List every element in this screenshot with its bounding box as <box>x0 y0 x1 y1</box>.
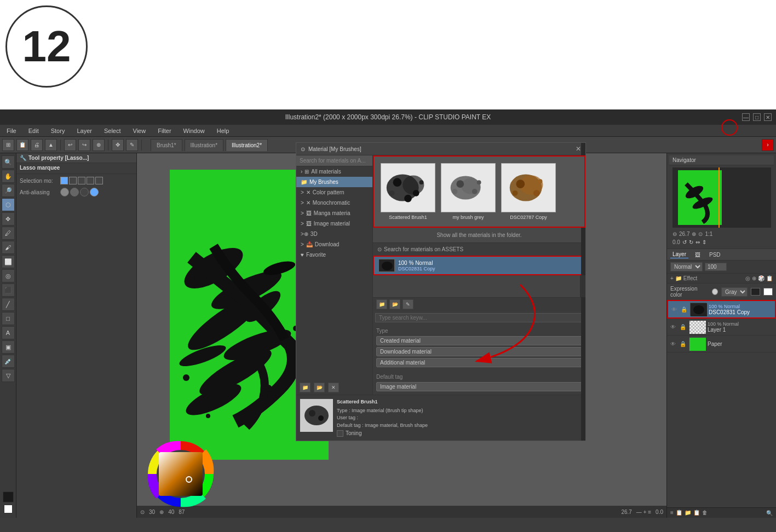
tool-search[interactable]: 🔍 <box>2 155 15 169</box>
tab-frame[interactable]: 🖼 <box>693 251 703 258</box>
gray-radio[interactable] <box>712 288 718 295</box>
brush-card-copy[interactable]: DSC02787 Copy <box>501 163 556 220</box>
menu-view[interactable]: View <box>131 126 148 135</box>
material-scrollbar[interactable] <box>580 275 585 297</box>
mat-item-manga[interactable]: > 🖼 Manga materia <box>296 208 372 218</box>
zoom-actual[interactable]: 1:1 <box>705 231 712 237</box>
filter-created[interactable]: Created material <box>376 336 582 345</box>
mat-item-favorite[interactable]: ♥ Favorite <box>296 250 372 260</box>
layer-vis-1[interactable]: 👁 <box>669 323 677 331</box>
flip-v[interactable]: ⇕ <box>702 239 706 245</box>
toolbar-move[interactable]: ✥ <box>112 139 124 151</box>
rotate-right[interactable]: ↻ <box>689 239 693 245</box>
layer-lock-dsc[interactable]: 🔒 <box>680 305 688 313</box>
layer-tb-2[interactable]: 📋 <box>676 510 682 516</box>
content-tool-3[interactable]: ✎ <box>403 299 413 309</box>
color-swatch-white[interactable] <box>763 288 773 296</box>
mat-item-3d[interactable]: >⊕ 3D <box>296 229 372 239</box>
zoom-fit[interactable]: ⊙ <box>698 231 703 237</box>
material-search[interactable]: Search for materials on A... <box>296 155 372 166</box>
layer-vis-paper[interactable]: 👁 <box>669 340 677 348</box>
tab-brush1[interactable]: Brush1* <box>151 139 182 151</box>
mat-item-image[interactable]: > 🖼 Image material <box>296 218 372 229</box>
tool-pen[interactable]: 🖊 <box>2 227 15 240</box>
layer-lock-paper[interactable]: 🔒 <box>679 340 687 348</box>
tool-hand[interactable]: ✋ <box>2 170 15 183</box>
brush-card-scattered[interactable]: Scattered Brush1 <box>381 163 435 220</box>
selected-material-item[interactable]: 100 % Normal DSC02831 Copy <box>373 256 585 275</box>
material-close-button[interactable]: ✕ <box>576 145 581 153</box>
toolbar-btn-2[interactable]: 📋 <box>16 139 28 151</box>
folder-layer-icon[interactable]: 📁 <box>675 275 682 281</box>
toolbar-undo[interactable]: ↩ <box>64 139 76 151</box>
sel-opt-2[interactable] <box>69 177 77 184</box>
tab-illustration2[interactable]: Illustration2* <box>226 139 268 151</box>
color-picker[interactable] <box>142 436 219 512</box>
toolbar-edit[interactable]: ✎ <box>126 139 138 151</box>
mat-item-monochromatic[interactable]: > ✕ Monochromatic <box>296 198 372 208</box>
material-scroll-area[interactable] <box>373 275 585 297</box>
toolbar-btn-1[interactable]: ⊞ <box>2 139 14 151</box>
aa-opt-4[interactable] <box>90 188 99 196</box>
effect-icon-1[interactable]: ◎ <box>745 275 750 281</box>
effect-icon-4[interactable]: 📋 <box>766 275 773 281</box>
sel-opt-5[interactable] <box>95 177 103 184</box>
layer-tb-1[interactable]: ≡ <box>670 510 674 516</box>
toolbar-redo[interactable]: ↪ <box>78 139 90 151</box>
tool-fill[interactable]: ⬛ <box>2 284 15 297</box>
show-all-materials[interactable]: Show all the materials in the folder. <box>373 228 585 243</box>
toolbar-btn-3[interactable]: 🖨 <box>31 139 43 151</box>
tool-text[interactable]: A <box>2 326 15 339</box>
tool-blur[interactable]: ◎ <box>2 269 15 282</box>
tab-illustration[interactable]: Illustration* <box>185 139 223 151</box>
rotate-left[interactable]: ↺ <box>682 239 687 245</box>
sel-opt-1[interactable] <box>60 177 68 184</box>
menu-edit[interactable]: Edit <box>26 126 41 135</box>
opacity-input[interactable] <box>705 263 727 271</box>
menu-file[interactable]: File <box>4 126 19 135</box>
tool-shape[interactable]: □ <box>2 312 15 325</box>
tool-select[interactable]: ⬡ <box>2 198 15 211</box>
delete-material-button[interactable]: ✕ <box>328 383 339 392</box>
mat-item-all[interactable]: › ⊞ All materials <box>296 166 372 177</box>
menu-select[interactable]: Select <box>102 126 123 135</box>
mat-item-colorpattern[interactable]: > ✕ Color pattern <box>296 187 372 198</box>
layer-tb-5[interactable]: 🗑 <box>702 510 708 516</box>
toolbar-btn-paint[interactable]: ▲ <box>45 139 57 151</box>
layer-item-layer1[interactable]: 👁 🔒 <box>667 319 776 336</box>
toning-checkbox[interactable] <box>337 430 343 437</box>
menu-layer[interactable]: Layer <box>74 126 94 135</box>
layer-vis-dsc[interactable]: 👁 <box>670 305 678 313</box>
new-layer-icon[interactable]: + <box>670 275 674 281</box>
close-button[interactable]: ✕ <box>764 113 772 121</box>
menu-filter[interactable]: Filter <box>156 126 173 135</box>
content-tool-2[interactable]: 📂 <box>389 299 400 309</box>
layer-tb-4[interactable]: 📋 <box>693 510 700 516</box>
tool-line[interactable]: ╱ <box>2 298 15 311</box>
aa-opt-3[interactable] <box>80 188 89 196</box>
tool-zoom[interactable]: 🔎 <box>2 184 15 197</box>
toolbar-transform[interactable]: ⊕ <box>93 139 105 151</box>
material-search-input[interactable] <box>375 313 583 322</box>
mat-item-mybrushes[interactable]: 📁 My Brushes <box>296 177 372 187</box>
layer-item-dsc[interactable]: 👁 🔒 100 % Normal DSC02831 Copy <box>667 300 776 319</box>
menu-help[interactable]: Help <box>215 126 232 135</box>
menu-story[interactable]: Story <box>49 126 67 135</box>
zoom-plus[interactable]: ⊕ <box>692 231 696 237</box>
mat-item-download[interactable]: > 📥 Download <box>296 239 372 250</box>
sel-opt-4[interactable] <box>87 177 94 184</box>
new-subfolder-button[interactable]: 📂 <box>314 383 325 392</box>
layer-item-paper[interactable]: 👁 🔒 Paper <box>667 336 776 352</box>
tool-gradient[interactable]: ▽ <box>2 369 15 382</box>
effect-icon-2[interactable]: ⊕ <box>752 275 756 281</box>
foreground-color[interactable] <box>3 491 14 502</box>
brush-card-grey[interactable]: my brush grey <box>441 163 496 220</box>
filter-downloaded[interactable]: Downloaded material <box>376 347 582 356</box>
blend-mode-select[interactable]: Normal <box>670 262 703 271</box>
tool-eraser[interactable]: ⬜ <box>2 255 15 268</box>
color-swatch-dark[interactable] <box>751 288 760 296</box>
minimize-button[interactable]: — <box>742 113 750 121</box>
filter-additional[interactable]: Additional material <box>376 358 582 367</box>
new-folder-button[interactable]: 📁 <box>300 383 311 392</box>
assets-search[interactable]: ⊙ Search for materials on ASSETS <box>373 243 585 256</box>
